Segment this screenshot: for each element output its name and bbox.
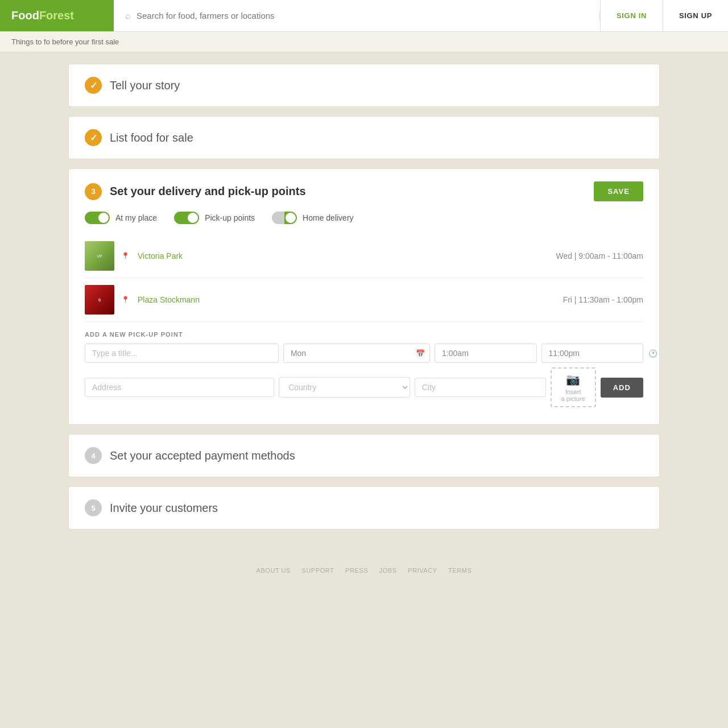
at-my-place-label: At my place (115, 213, 157, 222)
footer-support[interactable]: SUPPORT (302, 567, 334, 574)
footer-press[interactable]: PRESS (345, 567, 368, 574)
logo-food: Food (11, 9, 39, 22)
signin-button[interactable]: SIGN IN (600, 0, 663, 31)
calendar-icon: 📅 (416, 349, 425, 358)
toggle-home-delivery: Home delivery (272, 212, 353, 224)
main-content: ✓ Tell your story ✓ List food for sale 3… (57, 52, 671, 550)
nav-buttons: SIGN IN SIGN UP (600, 0, 728, 31)
step5-title: Invite your customers (110, 502, 218, 515)
signup-button[interactable]: SIGN UP (663, 0, 728, 31)
plaza-stockmann-thumb: S (85, 285, 114, 315)
search-icon: ⌕ (125, 11, 131, 21)
footer-about[interactable]: ABOUT US (257, 567, 291, 574)
time-end-input[interactable] (549, 344, 648, 362)
victoria-park-row: VP 📍 Victoria Park Wed | 9:00am - 11:00a… (85, 234, 643, 278)
city-input[interactable] (415, 378, 546, 397)
add-pickup-row2: Country 📷 Insert a picture ADD (85, 367, 643, 407)
step2-badge: ✓ (85, 129, 102, 146)
time-start-field: 🕐 (435, 344, 536, 363)
step1-badge: ✓ (85, 77, 102, 94)
country-select[interactable]: Country (279, 377, 410, 398)
search-input[interactable] (136, 11, 588, 20)
step4-badge: 4 (85, 447, 102, 464)
location-left: S 📍 Plaza Stockmann (85, 285, 200, 315)
plaza-stockmann-row: S 📍 Plaza Stockmann Fri | 11:30am - 1:00… (85, 278, 643, 322)
step5-badge: 5 (85, 499, 102, 516)
victoria-park-name[interactable]: Victoria Park (138, 251, 183, 260)
footer-terms[interactable]: TERMS (448, 567, 471, 574)
step5-header: 5 Invite your customers (85, 499, 643, 516)
toggle-pickup-points: Pick-up points (174, 212, 255, 224)
pin-icon: 📍 (121, 296, 130, 304)
footer-privacy[interactable]: PRIVACY (408, 567, 437, 574)
time-end-field: 🕐 (541, 344, 643, 363)
home-delivery-toggle[interactable] (272, 212, 297, 224)
search-area: ⌕ (114, 11, 600, 21)
day-input[interactable] (291, 344, 416, 362)
add-pickup-button[interactable]: ADD (601, 378, 643, 398)
footer: ABOUT US SUPPORT PRESS JOBS PRIVACY TERM… (0, 550, 728, 591)
add-pickup-label: ADD A NEW PICK-UP POINT (85, 331, 643, 338)
step2-card: ✓ List food for sale (68, 116, 660, 159)
step2-title: List food for sale (110, 131, 193, 144)
step1-card: ✓ Tell your story (68, 64, 660, 107)
step4-header: 4 Set your accepted payment methods (85, 447, 643, 464)
pickup-title-input[interactable] (85, 344, 279, 363)
step4-title: Set your accepted payment methods (110, 449, 295, 462)
logo-area: Food Forest (0, 0, 114, 31)
day-field: 📅 (283, 344, 430, 363)
step3-header: 3 Set your delivery and pick-up points (85, 183, 306, 200)
add-pickup-row1: 📅 🕐 🕐 (85, 344, 643, 363)
step2-header: ✓ List food for sale (85, 129, 643, 146)
victoria-park-thumb: VP (85, 241, 114, 271)
pickup-points-label: Pick-up points (205, 213, 255, 222)
clock-icon: 🕐 (648, 349, 657, 358)
toggle-at-my-place: At my place (85, 212, 157, 224)
toggles-row: At my place Pick-up points Home delivery (85, 212, 643, 224)
location-left: VP 📍 Victoria Park (85, 241, 183, 271)
camera-icon: 📷 (566, 373, 580, 386)
save-button[interactable]: SAVE (594, 181, 643, 201)
pin-icon: 📍 (121, 252, 130, 260)
plaza-stockmann-schedule: Fri | 11:30am - 1:00pm (563, 295, 643, 304)
time-start-input[interactable] (442, 344, 541, 362)
logo-forest: Forest (39, 9, 74, 22)
toggle-knob (188, 213, 198, 223)
breadcrumb: Things to fo before your first sale (0, 32, 728, 52)
step1-header: ✓ Tell your story (85, 77, 643, 94)
address-input[interactable] (85, 378, 274, 397)
victoria-park-schedule: Wed | 9:00am - 11:00am (556, 251, 643, 260)
step3-card: 3 Set your delivery and pick-up points S… (68, 168, 660, 425)
toggle-knob (98, 213, 109, 223)
step3-header-row: 3 Set your delivery and pick-up points S… (85, 181, 643, 201)
step3-badge: 3 (85, 183, 102, 200)
picture-upload[interactable]: 📷 Insert a picture (551, 367, 596, 407)
footer-jobs[interactable]: JOBS (379, 567, 397, 574)
step3-title: Set your delivery and pick-up points (110, 185, 306, 198)
step3-content: At my place Pick-up points Home delivery (85, 212, 643, 407)
step5-card: 5 Invite your customers (68, 486, 660, 530)
plaza-stockmann-name[interactable]: Plaza Stockmann (138, 295, 200, 304)
add-pickup-section: ADD A NEW PICK-UP POINT 📅 🕐 🕐 (85, 331, 643, 407)
at-my-place-toggle[interactable] (85, 212, 110, 224)
header: Food Forest ⌕ SIGN IN SIGN UP (0, 0, 728, 32)
toggle-knob (286, 213, 296, 223)
step4-card: 4 Set your accepted payment methods (68, 434, 660, 477)
step1-title: Tell your story (110, 79, 180, 92)
pickup-points-toggle[interactable] (174, 212, 199, 224)
home-delivery-label: Home delivery (303, 213, 353, 222)
picture-label: Insert a picture (561, 388, 585, 402)
